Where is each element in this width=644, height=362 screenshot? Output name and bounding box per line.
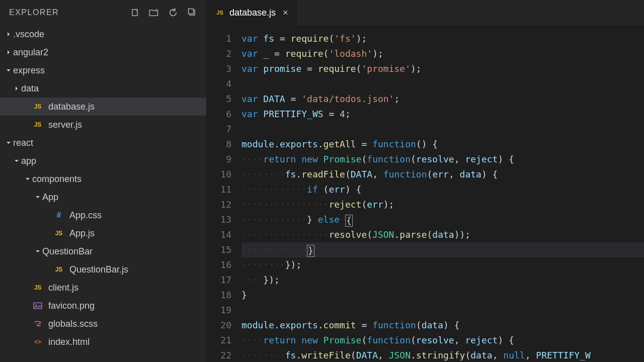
file-item[interactable]: JSserver.js — [0, 116, 206, 134]
chevron-down-icon[interactable] — [24, 175, 31, 183]
tab-bar: JS database.js × — [206, 0, 644, 25]
svg-rect-6 — [189, 9, 194, 14]
code-editor[interactable]: 12345678910111213141516171819202122 var … — [206, 25, 644, 362]
folder-item[interactable]: App — [0, 188, 206, 206]
file-item[interactable]: globals.scss — [0, 315, 206, 333]
js-file-icon: JS — [32, 119, 43, 130]
folder-label: app — [21, 156, 36, 166]
refresh-icon[interactable] — [168, 8, 178, 18]
line-gutter: 12345678910111213141516171819202122 — [206, 25, 242, 362]
js-file-icon: JS — [53, 264, 64, 275]
folder-label: App — [42, 192, 58, 203]
file-label: index.html — [48, 337, 90, 347]
js-file-icon: JS — [32, 282, 43, 293]
chevron-right-icon[interactable] — [5, 31, 12, 38]
file-label: client.js — [48, 283, 78, 293]
explorer-actions — [130, 8, 197, 18]
file-item[interactable]: JSApp.js — [0, 224, 206, 242]
new-folder-icon[interactable] — [149, 8, 159, 18]
chevron-right-icon[interactable] — [5, 49, 12, 56]
chevron-down-icon[interactable] — [5, 67, 12, 74]
file-label: App.js — [69, 228, 95, 239]
file-label: server.js — [48, 120, 82, 130]
file-label: favicon.png — [48, 301, 95, 311]
folder-label: react — [13, 138, 33, 148]
explorer-title: EXPLORER — [9, 8, 59, 17]
file-label: App.css — [69, 210, 102, 221]
folder-label: components — [32, 174, 82, 185]
folder-label: express — [13, 65, 45, 76]
folder-item[interactable]: react — [0, 134, 206, 152]
chevron-right-icon[interactable] — [13, 85, 20, 92]
file-item[interactable]: #App.css — [0, 206, 206, 224]
file-label: globals.scss — [48, 319, 98, 329]
file-item[interactable]: JSdatabase.js — [0, 98, 206, 116]
folder-item[interactable]: .vscode — [0, 25, 206, 43]
folder-item[interactable]: express — [0, 61, 206, 79]
chevron-down-icon[interactable] — [13, 157, 20, 164]
explorer-header: EXPLORER — [0, 0, 206, 25]
file-label: QuestionBar.js — [69, 264, 128, 275]
folder-item[interactable]: app — [0, 152, 206, 170]
folder-item[interactable]: components — [0, 170, 206, 188]
folder-item[interactable]: data — [0, 79, 206, 98]
chevron-down-icon[interactable] — [34, 194, 41, 201]
html-file-icon: <> — [32, 336, 43, 347]
folder-label: angular2 — [13, 47, 48, 58]
file-item[interactable]: favicon.png — [0, 297, 206, 315]
folder-item[interactable]: QuestionBar — [0, 242, 206, 260]
file-item[interactable]: JSQuestionBar.js — [0, 260, 206, 279]
file-tree[interactable]: .vscodeangular2expressdataJSdatabase.jsJ… — [0, 25, 206, 362]
scss-file-icon — [32, 318, 43, 329]
folder-item[interactable]: angular2 — [0, 43, 206, 61]
collapse-all-icon[interactable] — [187, 8, 197, 18]
file-item[interactable]: <>index.html — [0, 333, 206, 351]
tab-database-js[interactable]: JS database.js × — [206, 0, 297, 25]
folder-label: data — [21, 83, 39, 94]
close-icon[interactable]: × — [283, 8, 288, 18]
js-file-icon: JS — [32, 101, 43, 112]
file-label: database.js — [48, 102, 95, 112]
code-lines[interactable]: var fs = require('fs');var _ = require('… — [242, 25, 644, 362]
chevron-down-icon[interactable] — [34, 248, 41, 255]
editor-area: JS database.js × 12345678910111213141516… — [206, 0, 644, 362]
css-file-icon: # — [53, 210, 64, 221]
chevron-down-icon[interactable] — [5, 139, 12, 146]
js-file-icon: JS — [53, 228, 64, 239]
file-item[interactable]: JSclient.js — [0, 279, 206, 297]
folder-label: .vscode — [13, 29, 44, 40]
js-file-icon: JS — [215, 8, 224, 17]
new-file-icon[interactable] — [130, 8, 140, 18]
image-file-icon — [32, 300, 43, 311]
explorer-sidebar: EXPLORER .vscodeangular2expressdataJSdat… — [0, 0, 206, 362]
tab-label: database.js — [229, 8, 276, 18]
folder-label: QuestionBar — [42, 246, 93, 257]
